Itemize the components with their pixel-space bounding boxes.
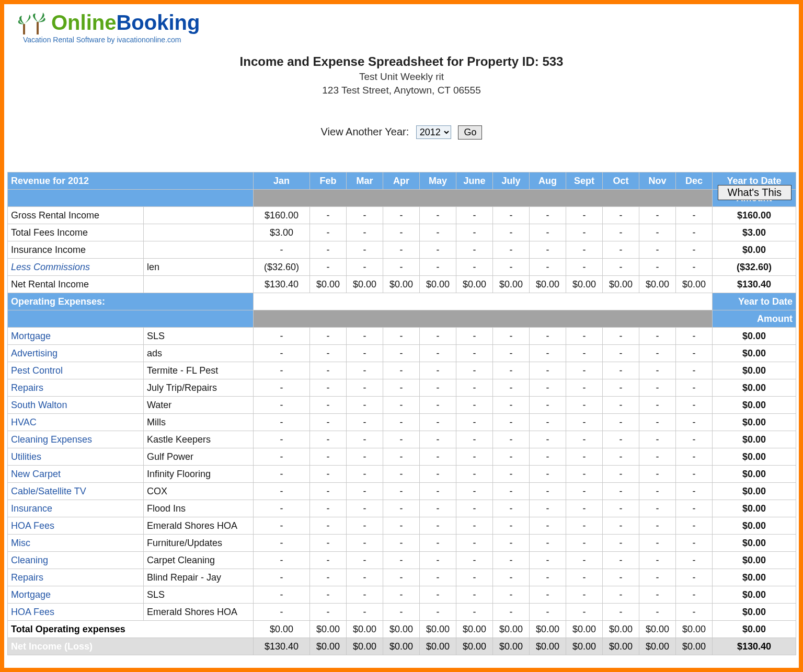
- revenue-ytd: $160.00: [713, 207, 796, 224]
- revenue-ytd: ($32.60): [713, 259, 796, 276]
- revenue-row-label[interactable]: Less Commissions: [8, 259, 144, 276]
- revenue-cell: $3.00: [254, 224, 310, 241]
- expense-cell: -: [493, 345, 530, 362]
- expense-row-label[interactable]: Misc: [8, 535, 144, 552]
- expense-cell: -: [639, 500, 676, 517]
- expense-cell: -: [493, 397, 530, 414]
- month-header: Nov: [639, 172, 676, 190]
- month-header: Jan: [254, 172, 310, 190]
- net-income-cell: $0.00: [530, 638, 566, 655]
- expense-row-label[interactable]: Advertising: [8, 345, 144, 362]
- expense-cell: -: [676, 569, 713, 586]
- expense-row-label[interactable]: Cleaning Expenses: [8, 431, 144, 448]
- revenue-cell: -: [493, 207, 530, 224]
- net-income-cell: $0.00: [676, 638, 713, 655]
- expense-row-label[interactable]: Utilities: [8, 448, 144, 466]
- expense-cell: -: [603, 414, 639, 431]
- expense-cell: -: [676, 517, 713, 535]
- net-income-label: Net Income (Loss): [8, 638, 254, 655]
- expense-cell: -: [639, 431, 676, 448]
- total-operating-cell: $0.00: [456, 621, 493, 638]
- revenue-row-vendor: [144, 207, 254, 224]
- expense-cell: -: [530, 604, 566, 621]
- page-title: Income and Expense Spreadsheet for Prope…: [7, 54, 796, 69]
- expense-cell: -: [254, 431, 310, 448]
- expense-ytd: $0.00: [713, 569, 796, 586]
- revenue-cell: -: [310, 241, 347, 259]
- expense-cell: -: [530, 483, 566, 500]
- expense-row-label[interactable]: Mortgage: [8, 328, 144, 345]
- month-header: Aug: [530, 172, 566, 190]
- expense-row-label[interactable]: HOA Fees: [8, 517, 144, 535]
- expense-cell: -: [310, 586, 347, 604]
- expense-row-label[interactable]: Cleaning: [8, 552, 144, 569]
- revenue-cell: -: [456, 207, 493, 224]
- expense-cell: -: [347, 328, 383, 345]
- expense-row-label[interactable]: New Carpet: [8, 466, 144, 483]
- expense-row-label[interactable]: Pest Control: [8, 362, 144, 379]
- expense-row-label[interactable]: Cable/Satellite TV: [8, 483, 144, 500]
- net-income-cell: $0.00: [420, 638, 456, 655]
- expense-cell: -: [254, 397, 310, 414]
- expense-row-label[interactable]: Mortgage: [8, 586, 144, 604]
- expense-ytd: $0.00: [713, 397, 796, 414]
- expense-cell: -: [530, 414, 566, 431]
- expense-cell: -: [456, 535, 493, 552]
- expense-ytd: $0.00: [713, 604, 796, 621]
- expense-cell: -: [530, 517, 566, 535]
- expense-cell: -: [566, 517, 603, 535]
- logo-word-2: Booking: [116, 11, 200, 34]
- revenue-cell: -: [493, 241, 530, 259]
- expense-cell: -: [639, 414, 676, 431]
- revenue-cell: -: [383, 241, 420, 259]
- revenue-cell: -: [420, 241, 456, 259]
- net-income-cell: $0.00: [347, 638, 383, 655]
- expense-cell: -: [493, 414, 530, 431]
- expense-cell: -: [676, 328, 713, 345]
- expense-row-label[interactable]: Insurance: [8, 500, 144, 517]
- expense-cell: -: [566, 604, 603, 621]
- expense-cell: -: [383, 517, 420, 535]
- expense-cell: -: [310, 517, 347, 535]
- revenue-cell: -: [347, 207, 383, 224]
- revenue-cell: -: [566, 207, 603, 224]
- revenue-ytd: $0.00: [713, 241, 796, 259]
- expense-cell: -: [347, 569, 383, 586]
- expense-cell: -: [493, 552, 530, 569]
- revenue-section-header: Revenue for 2012: [8, 172, 254, 190]
- expense-cell: -: [420, 362, 456, 379]
- expense-cell: -: [603, 466, 639, 483]
- month-header: Dec: [676, 172, 713, 190]
- expense-cell: -: [383, 500, 420, 517]
- expense-row-label[interactable]: HVAC: [8, 414, 144, 431]
- total-operating-label: Total Operating expenses: [8, 621, 254, 638]
- net-income-cell: $0.00: [639, 638, 676, 655]
- expense-cell: -: [420, 569, 456, 586]
- expense-cell: -: [639, 362, 676, 379]
- revenue-cell: -: [254, 241, 310, 259]
- expense-cell: -: [383, 431, 420, 448]
- expense-row-label[interactable]: South Walton: [8, 397, 144, 414]
- expense-cell: -: [493, 483, 530, 500]
- expense-cell: -: [254, 466, 310, 483]
- expense-cell: -: [347, 379, 383, 397]
- expense-cell: -: [254, 328, 310, 345]
- expense-row-label[interactable]: Repairs: [8, 569, 144, 586]
- revenue-cell: -: [456, 224, 493, 241]
- expense-cell: -: [676, 431, 713, 448]
- expense-row-label[interactable]: HOA Fees: [8, 604, 144, 621]
- expense-cell: -: [456, 500, 493, 517]
- revenue-cell: -: [676, 224, 713, 241]
- go-button[interactable]: Go: [458, 125, 482, 140]
- revenue-cell: -: [676, 259, 713, 276]
- expense-cell: -: [566, 345, 603, 362]
- whats-this-button[interactable]: What's This: [718, 185, 791, 200]
- total-operating-cell: $0.00: [420, 621, 456, 638]
- expense-cell: -: [493, 586, 530, 604]
- expense-cell: -: [456, 362, 493, 379]
- total-operating-cell: $0.00: [347, 621, 383, 638]
- expense-cell: -: [310, 345, 347, 362]
- revenue-row-vendor: [144, 241, 254, 259]
- year-select[interactable]: 2012: [416, 125, 451, 139]
- expense-row-label[interactable]: Repairs: [8, 379, 144, 397]
